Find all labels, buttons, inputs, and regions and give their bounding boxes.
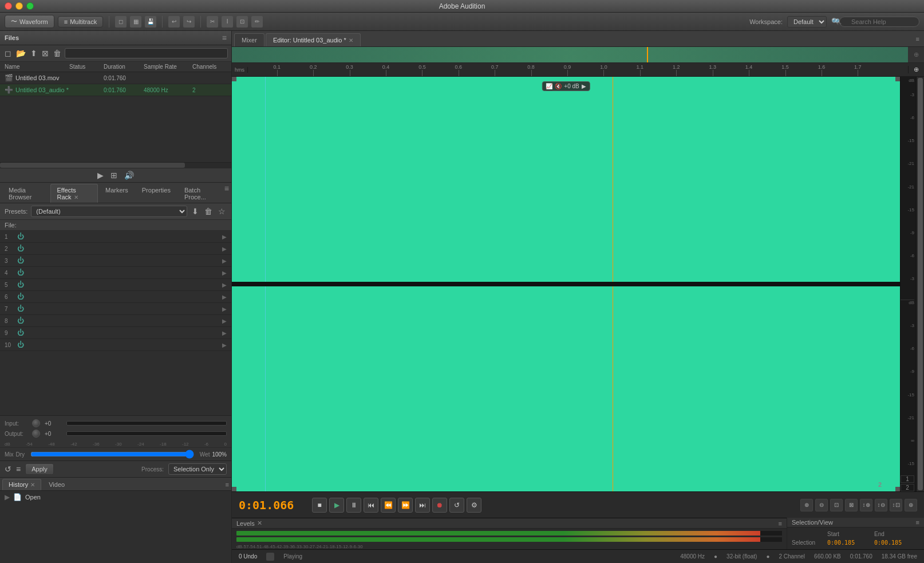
- zoom-in-y-btn[interactable]: ↕⊕: [860, 499, 872, 511]
- list-item[interactable]: 8 ⏻ ▶: [0, 315, 231, 327]
- selection-menu[interactable]: ≡: [916, 519, 919, 526]
- zoom-out-y-btn[interactable]: ↕⊖: [875, 499, 887, 511]
- process-select[interactable]: Selection Only Entire File Cursor to End…: [168, 463, 227, 475]
- list-item[interactable]: ➕ Untitled 03_audio * 0:01.760 48000 Hz …: [0, 84, 231, 96]
- input-knob[interactable]: [32, 419, 40, 427]
- delete-preset-icon[interactable]: 🗑: [203, 206, 214, 217]
- stop-button[interactable]: ■: [312, 498, 327, 513]
- ruler-tick: [277, 70, 278, 76]
- minimize-button[interactable]: [15, 2, 23, 10]
- tab-markers[interactable]: Markers: [99, 184, 135, 203]
- list-item[interactable]: ▶ 📄 Open: [5, 493, 41, 501]
- v-scrollbar-thumb[interactable]: [918, 78, 923, 490]
- history-menu[interactable]: ≡: [226, 481, 229, 488]
- fastfwd-button[interactable]: ⏩: [398, 498, 413, 513]
- list-item[interactable]: 2 ⏻ ▶: [0, 243, 231, 255]
- tab-media-browser[interactable]: Media Browser: [2, 184, 49, 203]
- v-scrollbar[interactable]: [916, 77, 924, 491]
- close-file-btn[interactable]: ⊠: [41, 48, 50, 59]
- files-search-input[interactable]: [65, 48, 228, 58]
- files-panel-menu[interactable]: ≡: [222, 33, 227, 42]
- effects-rack-close[interactable]: ✕: [74, 194, 78, 200]
- redo-icon[interactable]: ↪: [183, 16, 195, 27]
- cut-icon[interactable]: ✂: [207, 16, 218, 27]
- levels-menu[interactable]: ≡: [779, 520, 782, 527]
- apply-button[interactable]: Apply: [25, 463, 54, 475]
- prev-button[interactable]: ⏮: [364, 498, 378, 513]
- tab-properties[interactable]: Properties: [136, 184, 177, 203]
- import-btn[interactable]: ⊞: [110, 171, 117, 180]
- mix-slider[interactable]: [30, 450, 194, 459]
- close-button[interactable]: [5, 2, 12, 10]
- workspace-select[interactable]: Default: [787, 16, 827, 27]
- list-icon[interactable]: ≡: [16, 464, 21, 474]
- next-button[interactable]: ⏭: [415, 498, 430, 513]
- star-icon[interactable]: ☆: [217, 206, 227, 217]
- speaker-btn[interactable]: 🔊: [124, 171, 134, 180]
- io-section: Input: +0 Output: +0: [0, 415, 231, 441]
- delete-file-btn[interactable]: 🗑: [52, 48, 62, 59]
- zoom-in-x-btn[interactable]: ⊕: [800, 499, 813, 511]
- output-knob[interactable]: [32, 430, 40, 438]
- list-item[interactable]: 6 ⏻ ▶: [0, 291, 231, 303]
- presets-select[interactable]: (Default): [31, 206, 187, 217]
- save-file-btn[interactable]: ⬆: [29, 48, 38, 59]
- list-item[interactable]: 5 ⏻ ▶: [0, 279, 231, 291]
- new-file-btn[interactable]: ◻: [3, 48, 13, 59]
- reset-icon[interactable]: ↺: [5, 464, 11, 474]
- settings-button[interactable]: ⚙: [467, 498, 481, 513]
- history-close[interactable]: ✕: [30, 482, 35, 488]
- select-icon[interactable]: I: [222, 16, 233, 27]
- editor-tab-audio[interactable]: Editor: Untitled 03_audio * ✕: [266, 33, 361, 46]
- play-button[interactable]: ▶: [329, 498, 344, 513]
- tab-video[interactable]: Video: [42, 479, 71, 490]
- maximize-button[interactable]: [26, 2, 34, 10]
- pause-button[interactable]: ⏸: [346, 498, 361, 513]
- tab-effects-rack[interactable]: Effects Rack✕: [50, 184, 98, 203]
- brush-icon[interactable]: ✏: [251, 16, 263, 27]
- list-item[interactable]: 7 ⏻ ▶: [0, 303, 231, 315]
- zoom-selection-btn[interactable]: ⊠: [845, 499, 858, 511]
- open-file-btn[interactable]: 📂: [15, 48, 27, 59]
- list-item[interactable]: 10 ⏻ ▶: [0, 339, 231, 351]
- tab-batch-process[interactable]: Batch Proce...: [178, 184, 223, 203]
- list-item[interactable]: 9 ⏻ ▶: [0, 327, 231, 339]
- file-icon-mov: 🎬: [5, 74, 13, 82]
- save-icon[interactable]: 💾: [145, 16, 156, 27]
- ruler-scroll-btn[interactable]: ⊕: [908, 66, 924, 73]
- mini-scroll-btn[interactable]: ⊕: [908, 47, 924, 62]
- download-icon[interactable]: ⬇: [191, 206, 200, 217]
- zoom-fit-y-btn[interactable]: ↕⊡: [890, 499, 902, 511]
- loop-button[interactable]: ↺: [449, 498, 464, 513]
- files-h-scrollbar[interactable]: [0, 162, 231, 168]
- play-btn[interactable]: ▶: [97, 171, 104, 180]
- list-item[interactable]: 🎬 Untitled 03.mov 0:01.760: [0, 72, 231, 84]
- clip-expand-icon[interactable]: ▶: [582, 83, 586, 89]
- open-icon[interactable]: ▦: [130, 16, 141, 27]
- list-item[interactable]: 1 ⏻ ▶: [0, 231, 231, 243]
- list-item[interactable]: 4 ⏻ ▶: [0, 267, 231, 279]
- list-item[interactable]: 3 ⏻ ▶: [0, 255, 231, 267]
- track-1[interactable]: 📈 🔇 +0 dB ▶: [232, 77, 900, 282]
- editor-panel-menu[interactable]: ≡: [914, 33, 922, 45]
- waveform-tab[interactable]: 〜 Waveform: [5, 15, 54, 28]
- undo-icon[interactable]: ↩: [168, 16, 180, 27]
- mixer-tab[interactable]: Mixer: [234, 33, 264, 46]
- track-2[interactable]: 2: [232, 286, 900, 491]
- mini-overview[interactable]: ⊕: [232, 47, 924, 63]
- new-file-icon[interactable]: ◻: [115, 16, 127, 27]
- zoom-out-x-btn[interactable]: ⊖: [815, 499, 828, 511]
- multitrack-tab[interactable]: ≡ Multitrack: [58, 16, 103, 27]
- search-input[interactable]: [839, 17, 919, 27]
- marquee-icon[interactable]: ⊡: [236, 16, 248, 27]
- zoom-all-btn[interactable]: ⊛: [905, 499, 917, 511]
- rewind-button[interactable]: ⏪: [381, 498, 396, 513]
- record-button[interactable]: ⏺: [432, 498, 447, 513]
- clip-mute-icon[interactable]: 🔇: [555, 83, 562, 89]
- effects-panel-menu[interactable]: ≡: [224, 184, 229, 203]
- zoom-fit-btn[interactable]: ⊡: [830, 499, 843, 511]
- tab-history[interactable]: History✕: [2, 479, 41, 490]
- levels-close-icon[interactable]: ✕: [257, 519, 262, 527]
- editor-tab-close[interactable]: ✕: [349, 37, 353, 44]
- ruler-format: hms: [232, 67, 248, 73]
